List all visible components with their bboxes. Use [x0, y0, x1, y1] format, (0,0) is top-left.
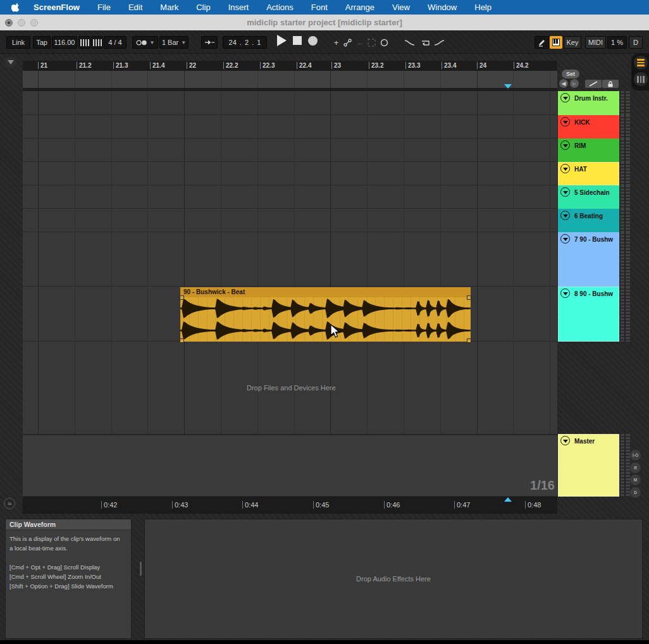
audio-clip-90-bushwick-beat[interactable]: 90 - Bushwick - Beat	[180, 287, 471, 342]
key-map-mode-button[interactable]: Key	[564, 36, 581, 49]
grid-beat-line	[550, 71, 550, 88]
record-button[interactable]	[308, 36, 318, 46]
follow-button[interactable]	[201, 36, 218, 49]
tap-tempo-button[interactable]: Tap	[33, 36, 51, 49]
track-fold-icon[interactable]	[560, 93, 570, 102]
computer-midi-keyboard-toggle[interactable]	[550, 36, 562, 49]
track-lane[interactable]	[23, 162, 557, 185]
track-lane[interactable]	[23, 209, 557, 232]
automation-link-icon[interactable]	[342, 36, 353, 49]
play-button[interactable]	[277, 35, 287, 46]
track-header-rim[interactable]: RIM	[558, 139, 619, 162]
arrangement-position-field[interactable]: 24. 2. 1	[223, 36, 267, 49]
midi-map-mode-button[interactable]: MIDI	[585, 36, 606, 49]
clip-handle-bottom-left[interactable]	[180, 338, 184, 343]
clip-handle-bottom-right[interactable]	[467, 338, 471, 343]
menu-item-help[interactable]: Help	[474, 3, 491, 12]
macos-menu-bar: ScreenFlow File Edit Mark Clip Insert Ac…	[0, 0, 649, 15]
track-header-kick[interactable]: KICK	[558, 115, 619, 139]
track-fold-icon[interactable]	[560, 211, 570, 220]
track-header-hat[interactable]: HAT	[558, 162, 619, 185]
track-header-6-beating[interactable]: 6 Beating	[558, 209, 619, 232]
bar-ruler-tick: 21.2	[77, 62, 91, 69]
grid-beat-line	[75, 71, 75, 88]
set-locator-button[interactable]: Set	[562, 70, 579, 78]
track-meter	[621, 287, 630, 342]
mixer-section-toggle-io[interactable]: I-O	[630, 450, 641, 461]
time-signature-field[interactable]: 4 / 4	[104, 36, 127, 49]
menu-item-window[interactable]: Window	[428, 3, 457, 12]
menu-app-name[interactable]: ScreenFlow	[34, 3, 80, 12]
track-lane[interactable]	[23, 115, 557, 139]
dashed-box-icon	[368, 39, 376, 47]
track-fold-icon[interactable]	[560, 164, 570, 173]
tempo-field[interactable]: 116.00	[52, 36, 77, 49]
track-meter	[621, 232, 630, 287]
mixer-section-toggle-r[interactable]: R	[630, 462, 641, 473]
beat-time-ruler[interactable]: 2121.221.321.42222.222.322.42323.223.323…	[23, 61, 557, 71]
menu-item-view[interactable]: View	[392, 3, 410, 12]
metronome-toggle[interactable]: ▼	[132, 36, 158, 49]
menu-item-actions[interactable]: Actions	[266, 3, 294, 12]
menu-item-clip[interactable]: Clip	[196, 3, 210, 12]
menu-item-edit[interactable]: Edit	[128, 3, 142, 12]
track-header-7-90-bushw[interactable]: 7 90 - Bushw	[558, 232, 619, 287]
mixer-section-toggle-m[interactable]: M	[630, 474, 641, 485]
track-lane[interactable]	[23, 232, 557, 287]
clip-title-bar[interactable]: 90 - Bushwick - Beat	[180, 287, 471, 297]
clip-handle-top-right[interactable]	[467, 295, 471, 300]
master-lane[interactable]	[23, 434, 557, 497]
nudge-up-button[interactable]	[91, 36, 103, 49]
playhead-marker-top-icon[interactable]	[504, 84, 512, 89]
menu-item-insert[interactable]: Insert	[228, 3, 249, 12]
menu-item-file[interactable]: File	[97, 3, 111, 12]
loop-button[interactable]	[418, 36, 432, 49]
draw-mode-button[interactable]	[535, 36, 549, 49]
next-locator-button[interactable]: ▶	[570, 79, 579, 88]
prev-locator-button[interactable]: ◀	[559, 79, 568, 88]
punch-in-button[interactable]	[404, 36, 415, 49]
track-lane[interactable]	[23, 185, 557, 209]
track-lane[interactable]	[23, 91, 557, 115]
capture-selection-icon[interactable]	[366, 36, 377, 49]
re-enable-automation-icon[interactable]: ←	[355, 36, 366, 49]
clip-waveform-display[interactable]	[180, 297, 471, 342]
time-ruler[interactable]: 0:420:430:440:450:460:470:48	[23, 497, 557, 514]
track-header-8-90-bushw[interactable]: 8 90 - Bushw	[558, 287, 619, 342]
track-fold-icon[interactable]	[560, 187, 570, 197]
track-header-master[interactable]: Master	[558, 434, 619, 497]
track-meter	[621, 162, 630, 185]
menu-item-font[interactable]: Font	[311, 3, 328, 12]
track-header-drum-instr-[interactable]: Drum Instr.	[558, 91, 619, 115]
track-header-5-sidechain[interactable]: 5 Sidechain	[558, 185, 619, 209]
playhead-marker-bottom-icon[interactable]	[504, 497, 512, 502]
stop-button[interactable]	[293, 36, 302, 45]
menu-item-mark[interactable]: Mark	[160, 3, 178, 12]
lock-envelopes-button[interactable]	[602, 80, 619, 88]
quantize-menu[interactable]: 1 Bar▼	[159, 36, 189, 49]
overdub-plus-icon[interactable]: +	[331, 36, 342, 49]
session-view-toggle[interactable]	[634, 72, 648, 86]
menu-item-arrange[interactable]: Arrange	[345, 3, 374, 12]
clip-view-toggle[interactable]: ≈	[4, 498, 15, 509]
track-fold-icon[interactable]	[560, 117, 570, 127]
mixer-section-toggle-d[interactable]: D	[630, 487, 641, 498]
punch-out-button[interactable]	[434, 36, 445, 49]
window-title-bar: midiclip starter project [midiclip start…	[0, 15, 649, 30]
track-fold-icon[interactable]	[560, 288, 570, 298]
apple-logo-icon[interactable]	[11, 3, 21, 12]
follow-arrow-icon	[204, 39, 214, 46]
loop-punch-circle-icon[interactable]	[379, 36, 390, 49]
track-fold-icon[interactable]	[560, 140, 570, 150]
device-chain-panel[interactable]: Drop Audio Effects Here	[144, 519, 643, 639]
browser-show-hide-chevron[interactable]	[4, 56, 16, 68]
track-lane[interactable]	[23, 139, 557, 162]
arrangement-view-toggle[interactable]	[634, 56, 648, 70]
link-button[interactable]: Link	[6, 36, 30, 49]
automation-mode-button[interactable]	[585, 80, 602, 88]
clip-handle-top-left[interactable]	[180, 295, 184, 300]
track-fold-icon[interactable]	[560, 436, 570, 445]
track-fold-icon[interactable]	[560, 234, 570, 244]
nudge-down-button[interactable]	[78, 36, 90, 49]
scrub-area[interactable]	[23, 71, 557, 88]
